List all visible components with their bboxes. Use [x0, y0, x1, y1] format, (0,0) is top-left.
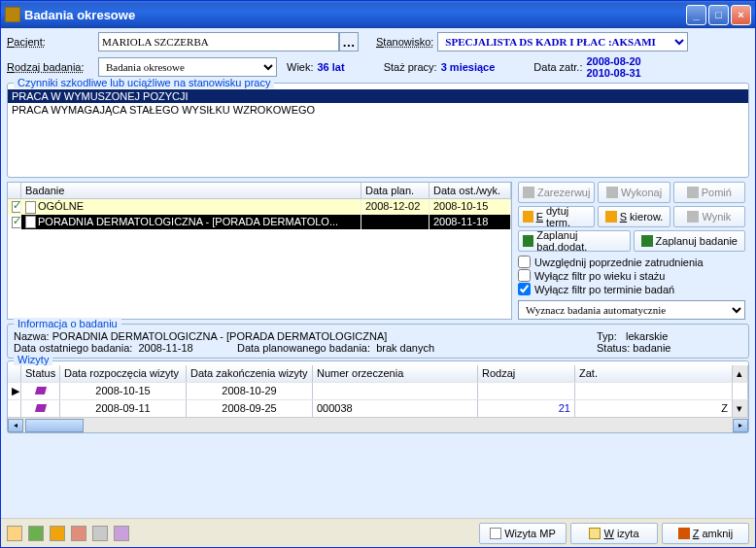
age-value: 36 lat [318, 61, 345, 73]
window-title: Badania okresowe [24, 8, 686, 22]
col-start[interactable]: Data rozpoczęcia wizyty [60, 365, 187, 382]
position-select[interactable]: SPECJALISTA DS KADR I PŁAC :AKSAMI [437, 32, 688, 51]
tenure-value: 3 miesiące [441, 61, 496, 73]
factor-item[interactable]: PRACA WYMAGAJĄCA STAŁEGO WYSIŁKU WZROKOW… [8, 103, 748, 117]
tool-icon-2[interactable] [28, 526, 44, 541]
col-exam[interactable]: Badanie [21, 183, 361, 198]
row-checkbox[interactable] [12, 217, 21, 228]
tool-icon-4[interactable] [71, 526, 86, 541]
plan-extra-button[interactable]: Zaplanuj bad.dodat. [518, 230, 631, 252]
doc-icon [25, 216, 36, 228]
referral-button[interactable]: Skierow. [598, 206, 670, 227]
visit-row[interactable]: 2008-09-11 2008-09-25 000038 21 Z ▾ [8, 399, 748, 417]
col-end[interactable]: Data zakończenia wizyty [187, 365, 313, 382]
status-icon [34, 387, 46, 394]
factors-legend: Czynniki szkodliwe lub uciążliwe na stan… [14, 77, 274, 88]
perform-button[interactable]: Wykonaj [598, 182, 670, 203]
tenure-label: Staż pracy: [384, 61, 437, 73]
patient-input[interactable] [98, 32, 339, 51]
bottom-toolbar: Wizyta MP Wizyta Zamknij [1, 518, 755, 547]
exam-info-group: Informacja o badaniu Nazwa: PORADNIA DER… [7, 324, 749, 359]
window: Badania okresowe _ □ × Pacjent: … Stanow… [0, 0, 756, 548]
tool-icon-5[interactable] [92, 526, 108, 541]
side-panel: Zarezerwuj Wykonaj Pomiń Edytuj term. Sk… [518, 182, 749, 320]
info-legend: Informacja o badaniu [14, 318, 121, 329]
tool-icon-1[interactable] [7, 526, 22, 541]
check-age-tenure[interactable]: Wyłącz filtr po wieku i stażu [518, 269, 749, 282]
col-type[interactable]: Rodzaj [478, 365, 575, 382]
check-prev-emp[interactable]: Uwzględnij poprzednie zatrudnienia [518, 256, 749, 268]
exam-row[interactable]: OGÓLNE 2008-12-02 2008-10-15 [8, 199, 511, 215]
emp-date-1: 2008-08-20 [586, 55, 640, 67]
close-app-button[interactable]: Zamknij [662, 523, 749, 544]
row-checkbox[interactable] [12, 201, 21, 213]
check-term[interactable]: Wyłącz filtr po terminie badań [518, 283, 749, 295]
h-scrollbar[interactable]: ◂ ▸ [8, 417, 748, 432]
edit-term-button[interactable]: Edytuj term. [518, 206, 595, 227]
skip-button[interactable]: Pomiń [673, 182, 745, 203]
content-area: Pacjent: … Stanowisko: SPECJALISTA DS KA… [1, 28, 755, 518]
visit-mp-button[interactable]: Wizyta MP [479, 523, 567, 544]
tool-icon-3[interactable] [50, 526, 65, 541]
app-icon [5, 7, 20, 22]
patient-browse-button[interactable]: … [339, 32, 359, 51]
col-status[interactable]: Status [21, 365, 60, 382]
patient-label: Pacjent: [7, 36, 94, 48]
close-button[interactable]: × [731, 5, 751, 25]
factor-item[interactable]: PRACA W WYMUSZONEJ POZYCJI [8, 89, 748, 103]
scroll-down[interactable]: ▾ [733, 400, 748, 417]
titlebar[interactable]: Badania okresowe _ □ × [1, 1, 755, 28]
exams-grid: Badanie Data plan. Data ost./wyk. OGÓLNE… [7, 182, 512, 320]
tool-icon-6[interactable] [114, 526, 129, 541]
emp-date-2: 2010-08-31 [586, 67, 640, 79]
age-label: Wiek: [287, 61, 314, 73]
maximize-button[interactable]: □ [708, 5, 729, 25]
col-zat[interactable]: Zat. [575, 365, 733, 382]
minimize-button[interactable]: _ [686, 5, 706, 25]
col-check[interactable] [8, 183, 21, 198]
factors-group: Czynniki szkodliwe lub uciążliwe na stan… [7, 83, 749, 178]
scroll-up[interactable]: ▴ [733, 365, 748, 382]
doc-icon [25, 201, 36, 214]
visit-row[interactable]: ▶ 2008-10-15 2008-10-29 [8, 382, 748, 399]
exam-type-select[interactable]: Badania okresowe [98, 57, 277, 77]
col-num[interactable]: Numer orzeczenia [313, 365, 478, 382]
visit-button[interactable]: Wizyta [570, 523, 658, 544]
emp-date-label: Data zatr.: [533, 61, 582, 73]
status-icon [34, 404, 46, 412]
visits-legend: Wizyty [14, 354, 52, 365]
plan-exam-button[interactable]: Zaplanuj badanie [634, 230, 746, 252]
exam-row[interactable]: PORADNIA DERMATOLOGICZNA - [PORADA DERMA… [8, 215, 511, 230]
reserve-button[interactable]: Zarezerwuj [518, 182, 595, 203]
exam-type-label: Rodzaj badania: [7, 61, 94, 73]
scroll-left[interactable]: ◂ [8, 419, 23, 432]
col-marker[interactable] [8, 365, 21, 382]
result-button[interactable]: Wynik [673, 206, 745, 227]
position-label: Stanowisko: [376, 36, 433, 48]
col-last[interactable]: Data ost./wyk. [430, 183, 511, 198]
visits-group: Wizyty Status Data rozpoczęcia wizyty Da… [7, 360, 749, 433]
col-plan[interactable]: Data plan. [361, 183, 430, 198]
scroll-thumb[interactable] [25, 419, 84, 432]
auto-assign-select[interactable]: Wyznacz badania automatycznie [518, 300, 745, 320]
scroll-right[interactable]: ▸ [733, 419, 748, 432]
